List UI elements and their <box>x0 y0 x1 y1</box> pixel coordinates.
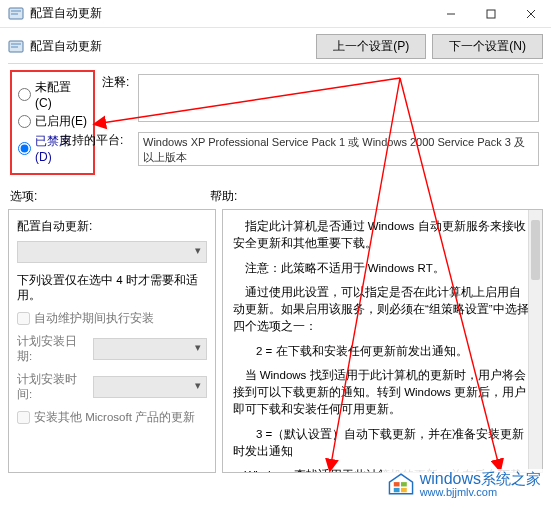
sched-day-select[interactable] <box>93 338 207 360</box>
radio-enabled[interactable]: 已启用(E) <box>18 113 87 130</box>
svg-rect-2 <box>11 13 18 15</box>
help-p3: 通过使用此设置，可以指定是否在此计算机上启用自动更新。如果启用该服务，则必须在“… <box>233 284 532 336</box>
window-title: 配置自动更新 <box>30 5 102 22</box>
help-scrollbar[interactable] <box>528 210 542 472</box>
minimize-button[interactable] <box>431 0 471 28</box>
update-mode-select[interactable] <box>17 241 207 263</box>
chk-maintenance-label: 自动维护期间执行安装 <box>34 311 154 326</box>
platform-label: 支持的平台: <box>60 132 123 149</box>
watermark-brand-en: windows <box>420 470 481 487</box>
svg-rect-16 <box>393 488 399 492</box>
next-setting-button[interactable]: 下一个设置(N) <box>432 34 543 59</box>
help-p1: 指定此计算机是否通过 Windows 自动更新服务来接收安全更新和其他重要下载。 <box>233 218 532 253</box>
prev-setting-button[interactable]: 上一个设置(P) <box>316 34 426 59</box>
chk-other-ms-label: 安装其他 Microsoft 产品的更新 <box>34 410 195 425</box>
window-titlebar: 配置自动更新 <box>0 0 551 28</box>
radio-not-configured-label: 未配置(C) <box>35 79 87 110</box>
settings-area: 未配置(C) 已启用(E) 已禁用(D) 注释: 支持的平台: Windows … <box>0 64 551 174</box>
help-section-label: 帮助: <box>210 188 237 205</box>
svg-rect-8 <box>11 43 21 45</box>
help-p2: 注意：此策略不适用于 Windows RT。 <box>233 260 532 277</box>
sched-day-label: 计划安装日期: <box>17 334 87 364</box>
comment-label: 注释: <box>102 74 129 91</box>
sched-time-select[interactable] <box>93 376 207 398</box>
radio-enabled-label: 已启用(E) <box>35 113 87 130</box>
toolbar: 配置自动更新 上一个设置(P) 下一个设置(N) <box>0 28 551 63</box>
help-p6: 3 =（默认设置）自动下载更新，并在准备安装更新时发出通知 <box>233 426 532 461</box>
sched-time-label: 计划安装时间: <box>17 372 87 402</box>
svg-rect-4 <box>487 10 495 18</box>
chk-other-ms[interactable]: 安装其他 Microsoft 产品的更新 <box>17 410 207 425</box>
watermark-brand-cn: 系统之家 <box>481 470 541 487</box>
options-note: 下列设置仅在选中 4 时才需要和适用。 <box>17 273 207 303</box>
radio-not-configured[interactable]: 未配置(C) <box>18 79 87 110</box>
close-button[interactable] <box>511 0 551 28</box>
svg-rect-1 <box>11 10 21 12</box>
help-p4: 2 = 在下载和安装任何更新前发出通知。 <box>233 343 532 360</box>
watermark: windows系统之家 www.bjjmlv.com <box>382 469 545 501</box>
chk-maintenance[interactable]: 自动维护期间执行安装 <box>17 311 207 326</box>
platform-field: Windows XP Professional Service Pack 1 或… <box>138 132 539 166</box>
options-panel: 配置自动更新: 下列设置仅在选中 4 时才需要和适用。 自动维护期间执行安装 计… <box>8 209 216 473</box>
options-heading: 配置自动更新: <box>17 218 207 235</box>
watermark-url: www.bjjmlv.com <box>420 487 541 499</box>
svg-rect-14 <box>393 482 399 486</box>
svg-rect-17 <box>401 488 407 492</box>
state-radio-group: 未配置(C) 已启用(E) 已禁用(D) <box>10 70 95 175</box>
maximize-button[interactable] <box>471 0 511 28</box>
help-p5: 当 Windows 找到适用于此计算机的更新时，用户将会接到可以下载更新的通知。… <box>233 367 532 419</box>
windows-logo-icon <box>386 472 416 498</box>
lower-panels: 配置自动更新: 下列设置仅在选中 4 时才需要和适用。 自动维护期间执行安装 计… <box>0 209 551 481</box>
toolbar-heading: 配置自动更新 <box>30 38 102 55</box>
policy-icon <box>8 6 24 22</box>
svg-rect-15 <box>401 482 407 486</box>
comment-field[interactable] <box>138 74 539 122</box>
policy-icon <box>8 39 24 55</box>
help-panel: 指定此计算机是否通过 Windows 自动更新服务来接收安全更新和其他重要下载。… <box>222 209 543 473</box>
options-section-label: 选项: <box>10 188 210 205</box>
section-labels: 选项: 帮助: <box>0 174 551 209</box>
svg-rect-9 <box>11 46 18 48</box>
